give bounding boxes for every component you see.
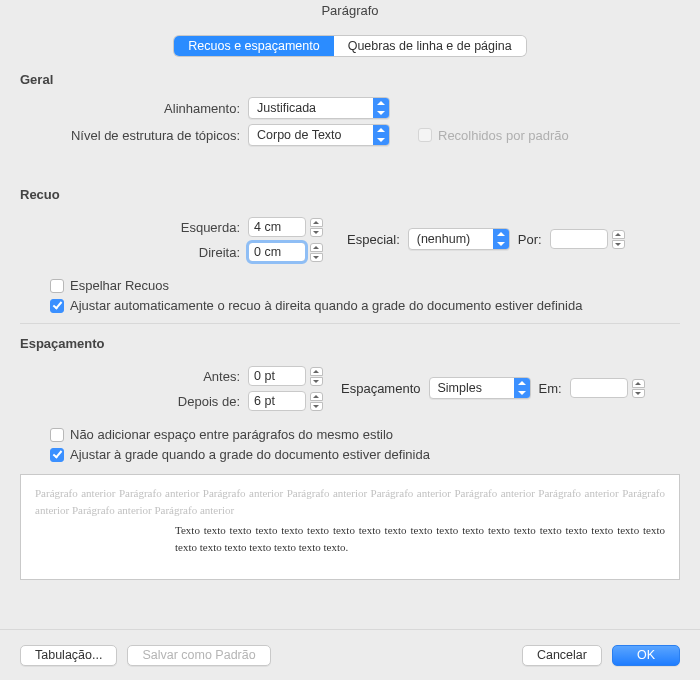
tab-bar: Recuos e espaçamento Quebras de linha e …: [20, 36, 680, 56]
alignment-value: Justificada: [249, 98, 324, 118]
section-espacamento: Espaçamento: [20, 336, 680, 351]
space-before-input[interactable]: [248, 366, 306, 386]
dropdown-arrows-icon: [514, 378, 530, 398]
alignment-label: Alinhamento:: [20, 101, 248, 116]
checkbox-box-icon: [418, 128, 432, 142]
divider: [20, 323, 680, 324]
window-title: Parágrafo: [0, 0, 700, 22]
stepper-icon[interactable]: [612, 229, 625, 249]
mirror-indents-label: Espelhar Recuos: [70, 278, 169, 293]
space-before-field[interactable]: [248, 366, 323, 386]
special-value: (nenhum): [409, 229, 479, 249]
indent-right-label: Direita:: [20, 245, 248, 260]
line-spacing-label: Espaçamento: [341, 381, 421, 396]
by-field[interactable]: [550, 229, 625, 249]
no-space-same-style-label: Não adicionar espaço entre parágrafos do…: [70, 427, 393, 442]
set-as-default-button[interactable]: Salvar como Padrão: [127, 645, 270, 666]
line-spacing-value: Simples: [430, 378, 490, 398]
collapsed-by-default-label: Recolhidos por padrão: [438, 128, 569, 143]
at-label: Em:: [539, 381, 562, 396]
snap-to-grid-label: Ajustar à grade quando a grade do docume…: [70, 447, 430, 462]
paragraph-dialog: Parágrafo Recuos e espaçamento Quebras d…: [0, 0, 700, 680]
indent-left-input[interactable]: [248, 217, 306, 237]
tab-segmented-control: Recuos e espaçamento Quebras de linha e …: [174, 36, 525, 56]
dropdown-arrows-icon: [373, 98, 389, 118]
preview-previous-paragraph: Parágrafo anterior Parágrafo anterior Pa…: [35, 485, 665, 518]
dialog-footer: Tabulação... Salvar como Padrão Cancelar…: [0, 629, 700, 680]
at-input[interactable]: [570, 378, 628, 398]
indent-left-label: Esquerda:: [20, 220, 248, 235]
alignment-select[interactable]: Justificada: [248, 97, 390, 119]
space-before-label: Antes:: [20, 369, 248, 384]
stepper-icon[interactable]: [310, 217, 323, 237]
checkbox-box-icon: [50, 279, 64, 293]
snap-to-grid-checkbox[interactable]: Ajustar à grade quando a grade do docume…: [50, 447, 430, 462]
collapsed-by-default-checkbox: Recolhidos por padrão: [418, 128, 569, 143]
line-spacing-select[interactable]: Simples: [429, 377, 531, 399]
checkbox-box-icon: [50, 448, 64, 462]
dialog-content: Recuos e espaçamento Quebras de linha e …: [0, 22, 700, 580]
section-geral: Geral: [20, 72, 680, 87]
special-select[interactable]: (nenhum): [408, 228, 510, 250]
cancel-button[interactable]: Cancelar: [522, 645, 602, 666]
at-field[interactable]: [570, 378, 645, 398]
indent-right-field[interactable]: [248, 242, 323, 262]
indent-right-input[interactable]: [248, 242, 306, 262]
auto-adjust-right-checkbox[interactable]: Ajustar automaticamente o recuo à direit…: [50, 298, 582, 313]
section-recuo: Recuo: [20, 187, 680, 202]
indent-left-field[interactable]: [248, 217, 323, 237]
outline-level-select[interactable]: Corpo de Texto: [248, 124, 390, 146]
space-after-label: Depois de:: [20, 394, 248, 409]
stepper-icon[interactable]: [310, 366, 323, 386]
tab-line-page-breaks[interactable]: Quebras de linha e de página: [334, 36, 526, 56]
by-label: Por:: [518, 232, 542, 247]
dropdown-arrows-icon: [373, 125, 389, 145]
no-space-same-style-checkbox[interactable]: Não adicionar espaço entre parágrafos do…: [50, 427, 393, 442]
checkbox-box-icon: [50, 299, 64, 313]
stepper-icon[interactable]: [632, 378, 645, 398]
outline-level-label: Nível de estrutura de tópicos:: [20, 128, 248, 143]
space-after-field[interactable]: [248, 391, 323, 411]
by-input[interactable]: [550, 229, 608, 249]
outline-level-value: Corpo de Texto: [249, 125, 350, 145]
tabs-button[interactable]: Tabulação...: [20, 645, 117, 666]
stepper-icon[interactable]: [310, 391, 323, 411]
preview-pane: Parágrafo anterior Parágrafo anterior Pa…: [20, 474, 680, 580]
special-label: Especial:: [347, 232, 400, 247]
stepper-icon[interactable]: [310, 242, 323, 262]
space-after-input[interactable]: [248, 391, 306, 411]
dropdown-arrows-icon: [493, 229, 509, 249]
ok-button[interactable]: OK: [612, 645, 680, 666]
auto-adjust-right-label: Ajustar automaticamente o recuo à direit…: [70, 298, 582, 313]
mirror-indents-checkbox[interactable]: Espelhar Recuos: [50, 278, 169, 293]
preview-current-paragraph: Texto texto texto texto texto texto text…: [35, 522, 665, 555]
tab-indents-spacing[interactable]: Recuos e espaçamento: [174, 36, 333, 56]
checkbox-box-icon: [50, 428, 64, 442]
